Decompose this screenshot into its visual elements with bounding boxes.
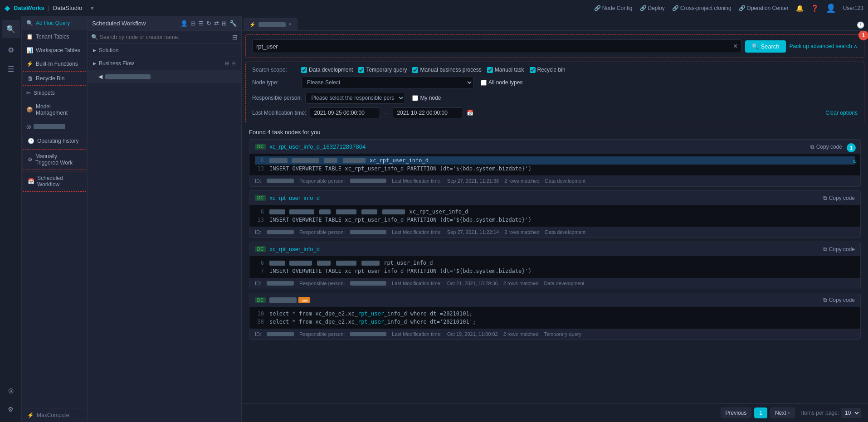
scope-label: Search scope: [252,67,297,73]
panel-tree-business-label: Business Flow [99,60,134,67]
search-button-label: Search [761,43,779,50]
workflow-panel: Scheduled Workflow 👤 ⊞ ☰ ↻ ⇄ ⊞ 🔧 🔍 ⊟ ▶ S… [88,16,242,422]
business-add-icon[interactable]: ⊞ [231,60,236,67]
sidebar-item-snippets[interactable]: ✂ Snippets [22,86,87,100]
result-4-name[interactable]: new [269,297,819,303]
copy-code-3[interactable]: ⧉ Copy code [823,246,855,252]
clear-options-link[interactable]: Clear options [825,110,858,116]
result-4-modval: Oct 19, 2021, 11:00:02 [447,331,498,337]
all-nodetypes-checkbox[interactable]: All node types [481,79,522,86]
chevron-right-icon-2: ▶ [93,61,96,66]
panel-tree-solution[interactable]: ▶ Solution [88,44,241,57]
pack-up-link[interactable]: Pack up advanced search ∧ [790,43,858,49]
sidebar-narrow-search[interactable]: 🔍 [2,20,20,38]
copy-code-1[interactable]: ⧉ Copy code [810,144,842,150]
topbar-username: User123 [843,5,863,11]
result-2-name[interactable]: xc_rpt_user_info_d [269,194,819,201]
nav-cross-project[interactable]: 🔗Cross-project cloning [672,5,731,11]
panel-tree-solution-label: Solution [99,47,118,53]
panel-icon-user[interactable]: 👤 [180,20,188,27]
result-4-header: DC new ⧉ Copy code [249,293,860,307]
node-arrow-icon: ◀ [98,73,102,80]
tab-close-btn[interactable]: × [288,21,292,28]
pagination-bar: Previous 1 Next › Items per page: 10 20 … [242,403,868,422]
nav-deploy[interactable]: 🔗Deploy [640,5,665,11]
sidebar-item-workspace[interactable]: 📊 Workspace Tables [22,44,87,57]
result-1-name[interactable]: xc_rpt_user_info_d_1632712897804 [269,143,806,150]
checkbox-rb[interactable]: Recycle bin [530,67,566,73]
business-grid-icon[interactable]: ⊞ [225,60,229,67]
sidebar-item-adhoc[interactable]: 🔍 Ad Hoc Query [22,16,87,30]
page-1-button[interactable]: 1 [754,407,767,418]
clear-search-icon[interactable]: × [733,42,737,50]
copy-code-2[interactable]: ⧉ Copy code [823,195,855,201]
panel-icon-sync[interactable]: ⇄ [214,20,219,27]
calendar-icon[interactable]: 📅 [467,110,473,116]
panel-icon-add[interactable]: ⊞ [190,20,195,27]
previous-button[interactable]: Previous [721,407,752,418]
date-to-input[interactable] [393,107,463,118]
panel-icon-list[interactable]: ☰ [198,20,204,27]
panel-tree-business[interactable]: ▶ Business Flow ⊞ ⊞ [88,57,241,70]
code-line-3-7: 7 INSERT OVERWRITE TABLE xc_rpt_user_inf… [255,267,855,275]
code-line-2-6: 6 xc_rpt_user_info_d [255,208,855,216]
copy-icon-2: ⧉ [823,195,827,201]
panel-node-item[interactable]: ◀ [88,70,241,83]
main-search-input[interactable] [256,43,733,50]
sidebar-item-recycle[interactable]: 🗑 Recycle Bin [23,71,86,86]
sidebar-item-builtin[interactable]: ⚡ Built-In Functions [22,57,87,71]
result-3-name[interactable]: xc_rpt_user_info_d [269,246,819,252]
topbar-user-avatar[interactable]: 👤 [826,3,836,13]
tab-item-main[interactable]: ⚡ × [244,18,297,30]
tab-bar-clock-icon: 🕐 [857,21,864,29]
badge-1: 1 [847,143,856,152]
sidebar-item-tenant[interactable]: 📋 Tenant Tables [22,30,87,44]
search-button[interactable]: 🔍 Search [745,40,785,53]
panel-title: Scheduled Workflow [92,20,146,27]
nav-operation-center[interactable]: 🔗Operation Center [739,5,789,11]
items-per-page-select[interactable]: 10 20 50 [841,408,861,418]
panel-icon-grid[interactable]: ⊞ [222,20,227,27]
sidebar-item-manual[interactable]: ⚙ Manually Triggered Work [23,149,86,170]
sidebar-narrow-menu[interactable]: ☰ [2,60,20,78]
sidebar-item-ophistory[interactable]: 🕐 Operating history [23,134,86,148]
date-from-input[interactable] [310,107,380,118]
nav-node-config[interactable]: 🔗Node Config [594,5,633,11]
code-line-4-58: 58 select * from xc_dpe_e2.xc_rpt_user_i… [255,318,855,326]
scheduled-icon: 📅 [28,178,34,184]
result-item-4: DC new ⧉ Copy code 10 select [249,293,861,340]
panel-icon-refresh[interactable]: ↻ [206,20,211,27]
result-1-meta: ID: Responsible person: Last Modificatio… [249,175,860,186]
sidebar-item-scheduled[interactable]: 📅 Scheduled Workflow [23,171,86,192]
tab-bar: ⚡ × 🕐 [242,16,868,31]
result-item-2: DC xc_rpt_user_info_d ⧉ Copy code 6 [249,190,861,238]
sidebar-narrow-bottom[interactable]: ◎ [2,381,20,399]
checkbox-dd[interactable]: Data development [301,67,353,73]
sidebar-bottom-maxcompute[interactable]: ⚡ MaxCompute [22,408,87,422]
sidebar-item-model[interactable]: 📦 Model Management [22,100,87,120]
result-1-type: Data development [545,178,585,184]
checkbox-mt[interactable]: Manual task [487,67,524,73]
refresh-line-icon[interactable]: ↻ [853,157,857,165]
panel-filter-icon[interactable]: ⊟ [232,34,238,41]
items-per-page: Items per page: 10 20 50 [801,408,861,418]
checkbox-tq[interactable]: Temporary query [358,67,407,73]
nodetype-select[interactable]: Please Select [301,77,473,88]
result-1-rows: 2 rows matched [504,178,540,184]
result-item-1: DC xc_rpt_user_info_d_1632712897804 ⧉ Co… [249,139,861,187]
result-1-person-label: Responsible person: [299,178,345,184]
topbar-help[interactable]: ❓ [811,5,819,12]
next-button[interactable]: Next › [770,407,795,418]
panel-icon-filter[interactable]: 🔧 [229,20,237,27]
sidebar-narrow-settings2[interactable]: ⚙ [2,400,20,418]
person-select[interactable]: Please select the responsible person [305,92,405,104]
checkbox-mbp-label: Manual business process [420,67,481,73]
sidebar-label-workspace: Workspace Tables [36,47,80,53]
panel-search-input[interactable] [100,34,230,40]
sidebar-item-blurred[interactable]: ◎ [22,120,87,133]
my-node-checkbox[interactable]: My node [412,95,441,101]
copy-code-4[interactable]: ⧉ Copy code [823,297,855,303]
topbar-bell[interactable]: 🔔 [796,5,804,12]
checkbox-mbp[interactable]: Manual business process [412,67,481,73]
sidebar-narrow-settings[interactable]: ⚙ [2,41,20,59]
